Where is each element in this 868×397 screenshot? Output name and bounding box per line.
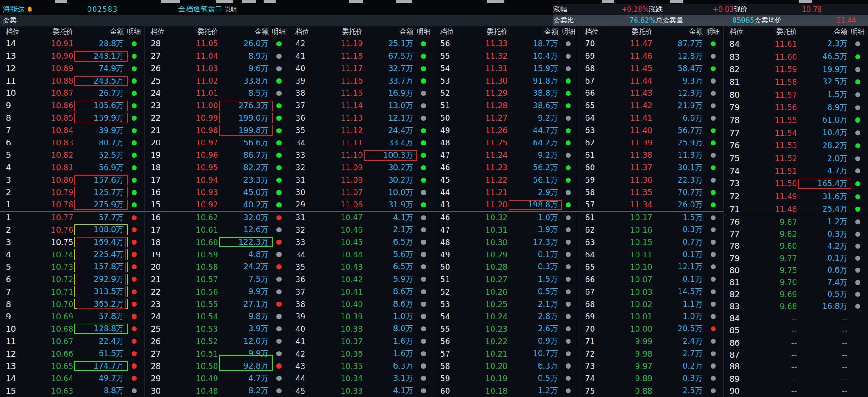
buy-order-row[interactable]: 6310.150.7万: [579, 236, 724, 248]
sell-order-row[interactable]: 1710.9423.3万: [145, 174, 289, 186]
detail-dot[interactable]: [276, 190, 282, 195]
detail-dot[interactable]: [566, 128, 571, 133]
buy-order-row[interactable]: 799.770.1万: [724, 252, 868, 264]
detail-dot[interactable]: [855, 244, 860, 249]
sell-order-row[interactable]: 2411.018.5万: [145, 87, 289, 100]
detail-dot[interactable]: [276, 227, 282, 232]
detail-dot[interactable]: [276, 178, 282, 183]
detail-dot[interactable]: [276, 202, 282, 207]
detail-dot[interactable]: [566, 351, 571, 356]
detail-dot[interactable]: [132, 252, 137, 257]
detail-dot[interactable]: [855, 194, 860, 199]
buy-order-row[interactable]: 3710.418.6万: [289, 285, 434, 298]
buy-order-row[interactable]: 7010.0020.5万: [579, 323, 724, 335]
buy-order-row[interactable]: 6010.181.2万: [434, 385, 579, 397]
detail-dot[interactable]: [132, 277, 137, 282]
sell-order-row[interactable]: 6011.3730.1万: [579, 162, 724, 174]
detail-dot[interactable]: [421, 140, 426, 145]
buy-order-row[interactable]: 710.71313.5万: [0, 285, 144, 298]
detail-dot[interactable]: [855, 67, 860, 72]
detail-dot[interactable]: [566, 376, 571, 381]
buy-order-row[interactable]: 3410.445.6万: [289, 248, 434, 261]
buy-order-row[interactable]: 2510.533.9万: [145, 323, 289, 335]
buy-order-row[interactable]: 3910.391.0万: [289, 310, 434, 323]
detail-dot[interactable]: [276, 363, 282, 369]
detail-dot[interactable]: [132, 78, 137, 84]
detail-dot[interactable]: [276, 277, 282, 282]
sell-order-row[interactable]: 4711.249.2万: [434, 149, 579, 162]
detail-dot[interactable]: [276, 388, 282, 393]
detail-dot[interactable]: [421, 314, 426, 319]
buy-order-row[interactable]: 2410.549.8万: [145, 310, 289, 323]
detail-dot[interactable]: [132, 264, 137, 269]
buy-order-row[interactable]: 3110.474.1万: [289, 212, 434, 224]
detail-dot[interactable]: [132, 227, 137, 232]
detail-dot[interactable]: [855, 105, 860, 110]
detail-dot[interactable]: [421, 227, 426, 232]
sell-order-row[interactable]: 2611.039.6万: [145, 62, 289, 75]
buy-order-row[interactable]: 90----: [724, 385, 868, 397]
sell-order-row[interactable]: 3211.0930.2万: [289, 162, 434, 174]
sell-order-row[interactable]: 5811.3570.7万: [579, 186, 724, 199]
sell-order-row[interactable]: 7011.4787.7万: [579, 38, 724, 50]
detail-dot[interactable]: [566, 264, 571, 269]
detail-dot[interactable]: [276, 326, 282, 331]
detail-dot[interactable]: [132, 314, 137, 319]
buy-order-row[interactable]: 210.76108.0万: [0, 224, 144, 236]
detail-dot[interactable]: [711, 128, 716, 133]
detail-dot[interactable]: [276, 240, 282, 245]
detail-dot[interactable]: [276, 351, 282, 356]
detail-dot[interactable]: [855, 130, 860, 135]
buy-order-row[interactable]: 739.970.2万: [579, 360, 724, 372]
buy-order-row[interactable]: 5610.220.9万: [434, 335, 579, 347]
sell-order-row[interactable]: 6911.4612.8万: [579, 50, 724, 62]
detail-dot[interactable]: [566, 240, 571, 245]
sell-order-row[interactable]: 8411.612.3万: [724, 38, 868, 50]
sell-order-row[interactable]: 5911.3622.3万: [579, 174, 724, 186]
buy-order-row[interactable]: 510.73157.8万: [0, 261, 144, 273]
buy-order-row[interactable]: 5010.280.3万: [434, 261, 579, 273]
sell-order-row[interactable]: 6611.4312.3万: [579, 87, 724, 100]
detail-dot[interactable]: [855, 232, 860, 237]
buy-order-row[interactable]: 839.6816.8万: [724, 301, 868, 313]
detail-dot[interactable]: [132, 54, 137, 59]
sell-order-row[interactable]: 1910.9686.7万: [145, 149, 289, 162]
sell-order-row[interactable]: 2511.0233.8万: [145, 75, 289, 87]
detail-dot[interactable]: [421, 128, 426, 133]
detail-dot[interactable]: [711, 264, 716, 269]
detail-dot[interactable]: [711, 314, 716, 319]
detail-dot[interactable]: [855, 280, 860, 285]
detail-dot[interactable]: [132, 91, 137, 96]
detail-dot[interactable]: [855, 117, 860, 123]
sell-order-row[interactable]: 3111.0830.2万: [289, 174, 434, 186]
buy-order-row[interactable]: 1910.594.8万: [145, 248, 289, 261]
detail-dot[interactable]: [132, 41, 137, 46]
detail-dot[interactable]: [711, 165, 716, 170]
detail-dot[interactable]: [421, 252, 426, 257]
detail-dot[interactable]: [132, 376, 137, 381]
sell-order-row[interactable]: 3311.10100.3万: [289, 149, 434, 162]
detail-dot[interactable]: [855, 156, 860, 161]
detail-dot[interactable]: [421, 178, 426, 183]
buy-order-row[interactable]: 6810.021.1万: [579, 298, 724, 310]
sell-order-row[interactable]: 4011.1732.7万: [289, 62, 434, 75]
detail-dot[interactable]: [566, 363, 571, 369]
detail-dot[interactable]: [566, 41, 571, 46]
buy-order-row[interactable]: 3210.462.1万: [289, 224, 434, 236]
sell-order-row[interactable]: 1310.90243.1万: [0, 50, 144, 62]
detail-dot[interactable]: [566, 165, 571, 170]
sell-order-row[interactable]: 4511.2256.1万: [434, 174, 579, 186]
sell-order-row[interactable]: 910.86105.6万: [0, 100, 144, 112]
detail-dot[interactable]: [711, 116, 716, 121]
detail-dot[interactable]: [421, 202, 426, 207]
buy-order-row[interactable]: 5810.206.3万: [434, 360, 579, 372]
detail-dot[interactable]: [421, 153, 426, 158]
sell-order-row[interactable]: 810.85159.9万: [0, 112, 144, 124]
buy-order-row[interactable]: 2710.519.9万: [145, 347, 289, 360]
buy-order-row[interactable]: 1210.6661.5万: [0, 347, 144, 360]
sell-order-row[interactable]: 7711.5410.4万: [724, 127, 868, 140]
sell-order-row[interactable]: 4411.212.9万: [434, 186, 579, 199]
sell-order-row[interactable]: 2210.99199.0万: [145, 112, 289, 124]
buy-order-row[interactable]: 2610.5212.0万: [145, 335, 289, 347]
buy-order-row[interactable]: 6110.171.5万: [579, 212, 724, 224]
